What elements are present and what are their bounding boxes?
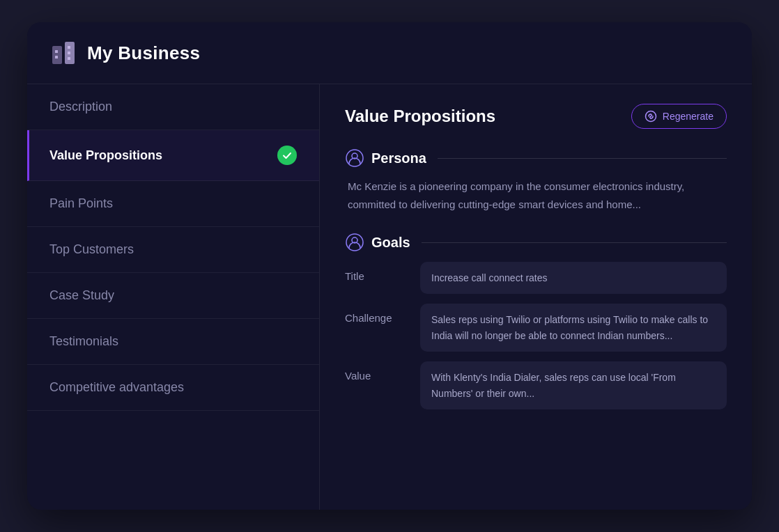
persona-heading: Persona bbox=[345, 148, 727, 168]
persona-icon bbox=[345, 148, 364, 168]
sidebar-item-value-propositions[interactable]: Value Propositions bbox=[27, 130, 319, 181]
sidebar: Description Value Propositions Pain Poin… bbox=[27, 84, 320, 510]
svg-rect-2 bbox=[55, 50, 58, 53]
goal-row-value: Value With Klenty's India Dialer, sales … bbox=[345, 361, 727, 409]
sidebar-item-testimonials[interactable]: Testimonials bbox=[27, 319, 319, 365]
goal-value-title: Increase call connect rates bbox=[420, 262, 727, 294]
svg-rect-5 bbox=[68, 52, 70, 54]
check-icon bbox=[277, 146, 297, 165]
goal-value-challenge: Sales reps using Twilio or platforms usi… bbox=[420, 304, 727, 352]
app-container: My Business Description Value Propositio… bbox=[27, 22, 752, 510]
svg-rect-4 bbox=[68, 46, 70, 49]
goals-section: Goals Title Increase call connect rates … bbox=[345, 233, 727, 409]
header: My Business bbox=[27, 22, 752, 84]
persona-heading-text: Persona bbox=[371, 150, 426, 166]
goals-grid: Title Increase call connect rates Challe… bbox=[345, 262, 727, 409]
goal-value-value: With Klenty's India Dialer, sales reps c… bbox=[420, 361, 727, 409]
goal-label-value: Value bbox=[345, 361, 408, 382]
sidebar-item-case-study[interactable]: Case Study bbox=[27, 273, 319, 319]
goal-row-challenge: Challenge Sales reps using Twilio or pla… bbox=[345, 304, 727, 352]
goal-row-title: Title Increase call connect rates bbox=[345, 262, 727, 294]
goal-label-challenge: Challenge bbox=[345, 304, 408, 324]
content-title: Value Propositions bbox=[345, 107, 495, 126]
persona-section: Persona Mc Kenzie is a pioneering compan… bbox=[345, 148, 727, 213]
svg-rect-6 bbox=[68, 57, 70, 60]
sidebar-item-competitive-advantages[interactable]: Competitive advantages bbox=[27, 365, 319, 411]
content-header: Value Propositions Regenerate bbox=[345, 104, 727, 129]
app-title: My Business bbox=[87, 42, 200, 64]
regenerate-label: Regenerate bbox=[663, 111, 714, 122]
main-content: Description Value Propositions Pain Poin… bbox=[27, 84, 752, 510]
persona-divider bbox=[438, 158, 727, 159]
building-icon bbox=[49, 39, 77, 67]
sidebar-item-description[interactable]: Description bbox=[27, 84, 319, 130]
goal-label-title: Title bbox=[345, 262, 408, 282]
regenerate-button[interactable]: Regenerate bbox=[631, 104, 727, 129]
persona-text: Mc Kenzie is a pioneering company in the… bbox=[345, 178, 727, 213]
regenerate-icon bbox=[645, 110, 657, 123]
goals-icon bbox=[345, 233, 364, 252]
goals-heading: Goals bbox=[345, 233, 727, 252]
svg-rect-3 bbox=[55, 56, 58, 58]
goals-divider bbox=[422, 242, 727, 243]
content-panel: Value Propositions Regenerate bbox=[320, 84, 752, 510]
sidebar-item-top-customers[interactable]: Top Customers bbox=[27, 227, 319, 273]
sidebar-item-pain-points[interactable]: Pain Points bbox=[27, 181, 319, 227]
goals-heading-text: Goals bbox=[371, 235, 410, 251]
svg-rect-0 bbox=[52, 46, 62, 64]
